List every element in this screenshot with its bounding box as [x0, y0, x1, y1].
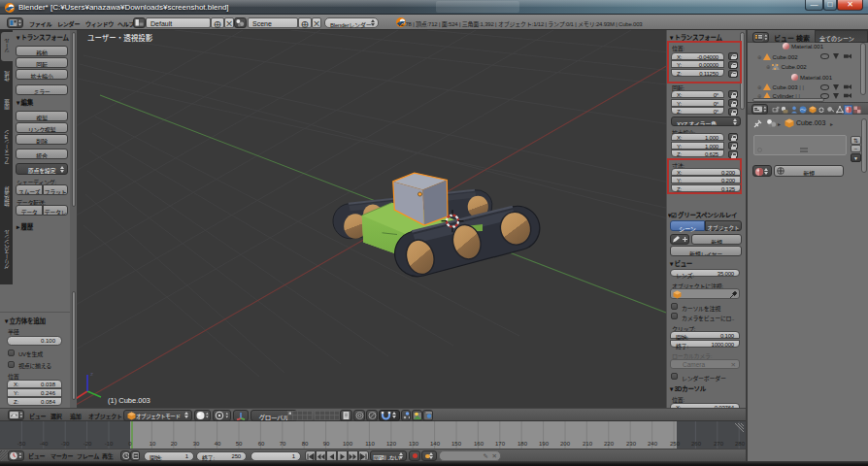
svg-text:230: 230	[626, 441, 637, 447]
svg-text:260: 260	[691, 441, 702, 447]
svg-text:120: 120	[386, 441, 397, 447]
svg-text:160: 160	[474, 441, 484, 447]
svg-text:80: 80	[302, 441, 309, 447]
svg-text:130: 130	[409, 441, 419, 447]
svg-text:(1) Cube.003: (1) Cube.003	[108, 396, 150, 405]
svg-text:-30: -30	[61, 441, 70, 447]
svg-text:-40: -40	[40, 441, 49, 447]
svg-text:240: 240	[648, 441, 658, 447]
svg-text:40: 40	[215, 441, 221, 447]
svg-text:ユーザー・透視投影: ユーザー・透視投影	[87, 33, 153, 43]
svg-text:270: 270	[714, 441, 724, 447]
svg-text:-20: -20	[83, 441, 92, 447]
svg-text:90: 90	[323, 441, 330, 447]
svg-text:70: 70	[280, 441, 286, 447]
svg-text:z: z	[90, 371, 93, 377]
svg-text:220: 220	[604, 441, 615, 447]
svg-text:200: 200	[560, 441, 571, 447]
svg-text:-50: -50	[17, 441, 26, 447]
svg-text:150: 150	[451, 441, 462, 447]
svg-text:60: 60	[258, 441, 265, 447]
svg-text:180: 180	[517, 441, 528, 447]
svg-text:100: 100	[343, 441, 353, 447]
svg-text:210: 210	[583, 441, 593, 447]
svg-text:280: 280	[735, 441, 746, 447]
svg-text:20: 20	[171, 441, 178, 447]
svg-text:50: 50	[236, 441, 243, 447]
svg-text:250: 250	[670, 441, 681, 447]
svg-text:10: 10	[150, 441, 156, 447]
svg-text:140: 140	[430, 441, 441, 447]
svg-text:30: 30	[193, 441, 200, 447]
svg-text:190: 190	[539, 441, 550, 447]
svg-text:170: 170	[495, 441, 506, 447]
svg-text:110: 110	[365, 441, 375, 447]
svg-text:-10: -10	[105, 441, 114, 447]
